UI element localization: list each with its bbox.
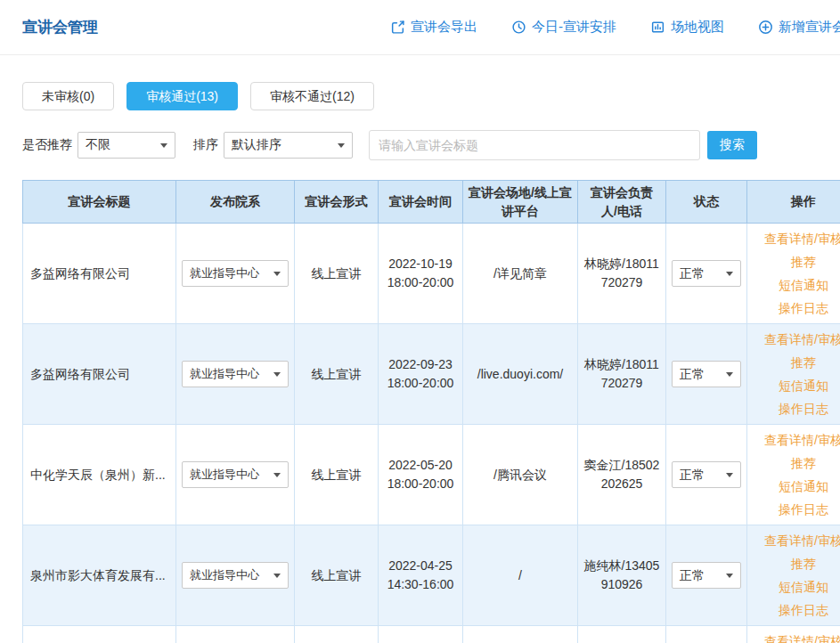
talks-table-wrap: 宣讲会标题 发布院系 宣讲会形式 宣讲会时间 宣讲会场地/线上宣讲平台 宣讲会负… (22, 180, 840, 643)
page-title: 宣讲会管理 (22, 17, 98, 37)
column-header-department: 发布院系 (176, 181, 295, 224)
sort-select[interactable]: 默认排序 (224, 132, 353, 159)
tab-approved[interactable]: 审核通过(13) (126, 82, 238, 110)
status-select[interactable]: 正常 (672, 260, 741, 287)
status-tabs: 未审核(0) 审核通过(13) 审核不通过(12) (22, 82, 840, 110)
table-row: 多益网络有限公司 就业指导中心 线上宣讲 2022-09-23 18:00-20… (23, 324, 840, 425)
chevron-down-icon (273, 272, 281, 276)
contact-cell: 施纯林/13405910926 (578, 525, 666, 626)
column-header-venue: 宣讲会场地/线上宣讲平台 (463, 181, 578, 224)
recommend-select-value: 不限 (86, 137, 110, 153)
talk-title-cell: 多益网络有限公司 (23, 224, 176, 324)
today-schedule-button[interactable]: 今日-宣讲安排 (511, 19, 616, 36)
actions-cell: 查看详情/审核 推荐 短信通知 操作日志 (747, 324, 840, 425)
topbar-actions: 宣讲会导出 今日-宣讲安排 场地视图 (390, 19, 840, 36)
top-bar: 宣讲会管理 宣讲会导出 今日-宣讲安排 (0, 0, 840, 55)
talk-time-cell: 2022-10-19 18:00-20:00 (379, 224, 463, 324)
talk-title-cell: 多益网络有限公司 (23, 324, 176, 425)
talk-time-cell: 2022-05-20 18:00-20:00 (379, 425, 463, 525)
sms-notify-link[interactable]: 短信通知 (753, 374, 840, 397)
table-row: 泉州市影大体育发展有... 就业指导中心 线上宣讲 2022-04-25 14:… (23, 525, 840, 626)
search-button[interactable]: 搜索 (707, 131, 757, 159)
actions-cell: 查看详情/审核 推荐 短信通知 操作日志 (747, 525, 840, 626)
export-talks-button[interactable]: 宣讲会导出 (390, 19, 477, 36)
talks-table: 宣讲会标题 发布院系 宣讲会形式 宣讲会时间 宣讲会场地/线上宣讲平台 宣讲会负… (22, 180, 840, 643)
column-header-actions: 操作 (747, 181, 840, 224)
topbar-action-label: 今日-宣讲安排 (532, 19, 616, 36)
recommend-link[interactable]: 推荐 (753, 452, 840, 475)
venue-cell: / (463, 525, 578, 626)
status-select[interactable]: 正常 (672, 361, 741, 387)
recommend-filter-label: 是否推荐 (22, 137, 72, 153)
talk-title-cell: 泉州科发卫浴有限公司 (23, 626, 176, 643)
talk-form-cell: 线上宣讲 (295, 324, 379, 425)
contact-cell: 林晓婷/18011720279 (578, 224, 666, 324)
view-detail-audit-link[interactable]: 查看详情/审核 (753, 529, 840, 552)
department-select[interactable]: 就业指导中心 (182, 562, 289, 589)
clock-icon (511, 20, 526, 35)
sort-filter-label: 排序 (193, 137, 218, 153)
view-detail-audit-link[interactable]: 查看详情/审核 (753, 227, 840, 250)
talk-title-cell: 泉州市影大体育发展有... (23, 525, 176, 626)
status-select[interactable]: 正常 (672, 461, 741, 488)
department-select[interactable]: 就业指导中心 (182, 260, 289, 287)
chevron-down-icon (726, 574, 733, 578)
export-icon (390, 20, 405, 35)
chevron-down-icon (273, 372, 281, 377)
view-detail-audit-link[interactable]: 查看详情/审核 (753, 428, 840, 452)
chevron-down-icon (726, 372, 733, 377)
contact-cell: 窦金江/18502202625 (578, 425, 666, 525)
filter-bar: 是否推荐 不限 排序 默认排序 搜索 (22, 130, 840, 160)
plus-circle-icon (758, 20, 773, 35)
status-select[interactable]: 正常 (672, 562, 741, 589)
chevron-down-icon (273, 574, 281, 578)
recommend-link[interactable]: 推荐 (753, 351, 840, 374)
status-select-value: 正常 (680, 365, 705, 384)
tab-unreviewed[interactable]: 未审核(0) (22, 82, 114, 110)
venue-view-button[interactable]: 场地视图 (650, 19, 724, 36)
actions-cell: 查看详情/审核 推荐 短信通知 操作日志 (747, 626, 840, 643)
department-select-value: 就业指导中心 (190, 365, 259, 383)
operation-log-link[interactable]: 操作日志 (753, 297, 840, 320)
venue-cell: /live.duoyi.com/ (463, 324, 578, 425)
sort-select-value: 默认排序 (232, 137, 281, 153)
search-input[interactable] (369, 130, 700, 160)
department-select-value: 就业指导中心 (190, 566, 259, 584)
sms-notify-link[interactable]: 短信通知 (753, 475, 840, 498)
venue-view-icon (650, 20, 665, 35)
department-select[interactable]: 就业指导中心 (182, 361, 289, 387)
status-select-value: 正常 (680, 466, 705, 484)
talk-title-cell: 中化学天辰（泉州）新... (23, 425, 176, 525)
venue-cell: / (463, 626, 578, 643)
column-header-status: 状态 (666, 181, 747, 224)
venue-cell: /腾讯会议 (463, 425, 578, 525)
column-header-form: 宣讲会形式 (295, 181, 379, 224)
operation-log-link[interactable]: 操作日志 (753, 598, 840, 622)
table-row: 中化学天辰（泉州）新... 就业指导中心 线上宣讲 2022-05-20 18:… (23, 425, 840, 525)
topbar-action-label: 场地视图 (671, 19, 724, 36)
talk-time-cell: 2022-09-23 18:00-20:00 (379, 324, 463, 425)
sms-notify-link[interactable]: 短信通知 (753, 273, 840, 297)
chevron-down-icon (726, 473, 733, 477)
talk-time-cell: 2022-02-18 15:00-16:00 (379, 626, 463, 643)
talk-form-cell: 线上宣讲 (295, 224, 379, 324)
view-detail-audit-link[interactable]: 查看详情/审核 (753, 630, 840, 643)
department-select[interactable]: 就业指导中心 (182, 461, 289, 488)
view-detail-audit-link[interactable]: 查看详情/审核 (753, 328, 840, 351)
column-header-contact: 宣讲会负责人/电话 (578, 181, 666, 224)
operation-log-link[interactable]: 操作日志 (753, 498, 840, 521)
contact-cell: 陆玲霞/15160338590 (578, 626, 666, 643)
column-header-time: 宣讲会时间 (379, 181, 463, 224)
actions-cell: 查看详情/审核 推荐 短信通知 操作日志 (747, 224, 840, 324)
table-row: 多益网络有限公司 就业指导中心 线上宣讲 2022-10-19 18:00-20… (23, 224, 840, 324)
talk-form-cell: 线上宣讲 (295, 626, 379, 643)
topbar-action-label: 新增宣讲会 (779, 19, 840, 36)
recommend-link[interactable]: 推荐 (753, 552, 840, 575)
recommend-select[interactable]: 不限 (77, 132, 175, 159)
recommend-link[interactable]: 推荐 (753, 250, 840, 273)
tab-rejected[interactable]: 审核不通过(12) (250, 82, 374, 110)
add-talk-button[interactable]: 新增宣讲会 (758, 19, 840, 36)
sms-notify-link[interactable]: 短信通知 (753, 575, 840, 598)
talk-form-cell: 线上宣讲 (295, 425, 379, 525)
operation-log-link[interactable]: 操作日志 (753, 397, 840, 420)
